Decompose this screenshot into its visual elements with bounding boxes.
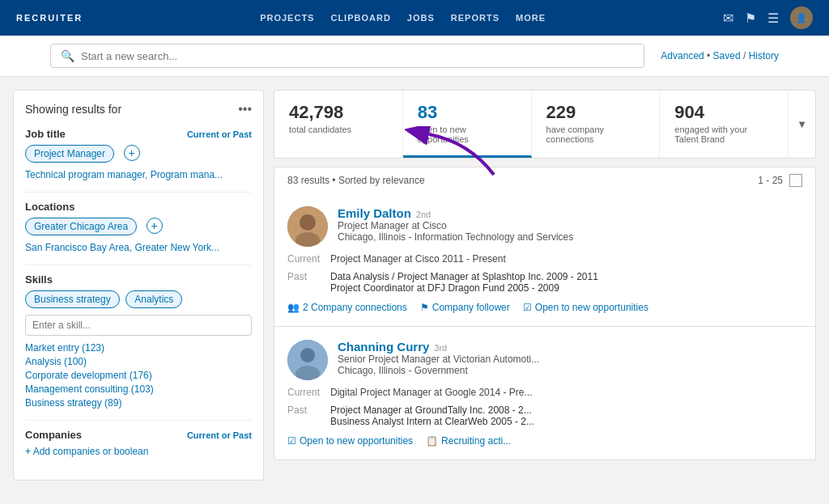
mail-icon[interactable]: ✉ <box>723 11 733 26</box>
stat-total-label: total candidates <box>289 125 388 134</box>
location-chip[interactable]: Greater Chicago Area <box>25 218 137 235</box>
skills-label-row: Skills <box>25 273 252 286</box>
current-label-channing: Current <box>287 387 324 398</box>
skill-chips: Business strategy Analytics <box>25 290 252 311</box>
search-input-wrapper[interactable]: 🔍 <box>50 44 644 68</box>
candidate-location-emily: Chicago, Illinois - Information Technolo… <box>338 231 802 243</box>
locations-label: Locations <box>25 201 74 213</box>
card-actions-emily: 👥 2 Company connections ⚑ Company follow… <box>287 302 802 313</box>
recruiting-link-channing[interactable]: 📋 Recruiting acti... <box>426 435 511 447</box>
skill-chip-2[interactable]: Analytics <box>125 290 182 308</box>
nav-jobs[interactable]: JOBS <box>407 13 435 23</box>
past1-emily: Data Analysis / Project Manager at Splas… <box>330 271 598 282</box>
candidate-top-channing: Channing Curry 3rd Senior Project Manage… <box>287 340 802 380</box>
divider1 <box>25 192 252 193</box>
stat-total[interactable]: 42,798 total candidates <box>274 91 403 158</box>
candidate-name-emily[interactable]: Emily Dalton <box>338 206 411 220</box>
job-title-suggestion[interactable]: Technical program manager, Program mana.… <box>25 169 252 180</box>
companies-filter[interactable]: Current or Past <box>187 430 252 440</box>
follower-link-emily[interactable]: ⚑ Company follower <box>420 302 510 313</box>
nav-more[interactable]: MORE <box>516 13 546 23</box>
pagination-text: 1 - 25 <box>758 175 783 186</box>
connections-icon: 👥 <box>287 302 300 313</box>
past-exp-emily: Past Data Analysis / Project Manager at … <box>287 271 802 294</box>
suggestion-4[interactable]: Business strategy (89) <box>25 397 252 409</box>
divider3 <box>25 420 252 421</box>
stat-connections-number: 229 <box>546 102 645 123</box>
search-bar-container: 🔍 Advanced • Saved / History <box>0 36 829 77</box>
suggestion-0[interactable]: Market entry (123) <box>25 342 252 354</box>
sidebar: Showing results for ••• Job title Curren… <box>13 90 264 481</box>
connections-link-emily[interactable]: 👥 2 Company connections <box>287 302 407 313</box>
locations-section: Locations Greater Chicago Area + San Fra… <box>25 201 252 253</box>
companies-label-row: Companies Current or Past <box>25 429 252 441</box>
current-detail-channing: Digital Project Manager at Google 2014 -… <box>330 387 532 398</box>
advanced-link: Advanced • Saved / History <box>661 50 779 61</box>
main-layout: Showing results for ••• Job title Curren… <box>0 77 829 493</box>
saved-text[interactable]: Saved <box>713 50 741 61</box>
history-text[interactable]: History <box>749 50 779 61</box>
open-link-emily[interactable]: ☑ Open to new opportunities <box>523 302 648 313</box>
candidate-location-channing: Chicago, Illinois - Government <box>338 365 802 376</box>
stat-open-label: open to new opportunities <box>418 125 517 144</box>
past-label-emily: Past <box>287 271 324 294</box>
current-exp-channing: Current Digital Project Manager at Googl… <box>287 387 802 398</box>
candidate-card-emily: Emily Dalton 2nd Project Manager at Cisc… <box>274 193 816 327</box>
job-title-filter[interactable]: Current or Past <box>187 129 252 139</box>
flag-icon[interactable]: ⚑ <box>745 11 756 26</box>
search-input[interactable] <box>81 50 634 62</box>
suggestion-3[interactable]: Management consulting (103) <box>25 383 252 395</box>
results-count: 83 results • Sorted by relevance <box>287 175 425 186</box>
nav-reports[interactable]: REPORTS <box>451 13 500 23</box>
add-companies[interactable]: + Add companies or boolean <box>25 446 252 457</box>
divider2 <box>25 265 252 265</box>
skill-chip-1[interactable]: Business strategy <box>25 290 120 308</box>
past2-channing: Business Analyst Intern at ClearWeb 2005… <box>330 416 534 427</box>
nav-icon-group: ✉ ⚑ ☰ 👤 <box>723 6 813 29</box>
avatar[interactable]: 👤 <box>790 6 813 29</box>
candidate-info-channing: Channing Curry 3rd Senior Project Manage… <box>338 340 802 380</box>
past2-emily: Project Coordinator at DFJ Dragon Fund 2… <box>330 282 598 294</box>
candidate-degree-emily: 2nd <box>416 210 431 219</box>
suggestion-1[interactable]: Analysis (100) <box>25 356 252 367</box>
showing-results-label: Showing results for <box>25 103 121 116</box>
avatar-channing <box>287 340 328 380</box>
stat-talent-label: engaged with your Talent Brand <box>674 125 773 144</box>
add-job-title-button[interactable]: + <box>124 145 140 161</box>
job-title-label-row: Job title Current or Past <box>25 128 252 140</box>
job-title-label: Job title <box>25 128 66 140</box>
companies-section: Companies Current or Past + Add companie… <box>25 429 252 457</box>
location-suggestion[interactable]: San Francisco Bay Area, Greater New York… <box>25 242 252 253</box>
job-title-chips: Project Manager + <box>25 145 252 166</box>
stat-open[interactable]: 83 open to new opportunities <box>403 91 532 158</box>
sidebar-header: Showing results for ••• <box>25 102 252 116</box>
recruiting-icon: 📋 <box>426 435 438 447</box>
select-all-checkbox[interactable] <box>789 174 802 187</box>
card-actions-channing: ☑ Open to new opportunities 📋 Recruiting… <box>287 435 802 447</box>
add-location-button[interactable]: + <box>147 218 163 234</box>
location-chips: Greater Chicago Area + <box>25 218 252 239</box>
suggestion-2[interactable]: Corporate development (176) <box>25 370 252 381</box>
svg-point-2 <box>300 214 316 231</box>
locations-label-row: Locations <box>25 201 252 213</box>
nav-clipboard[interactable]: CLIPBOARD <box>330 13 390 23</box>
stat-open-number: 83 <box>418 102 517 123</box>
candidate-name-channing[interactable]: Channing Curry <box>338 340 429 354</box>
more-options-button[interactable]: ••• <box>238 102 252 116</box>
stat-talent[interactable]: 904 engaged with your Talent Brand <box>660 91 789 158</box>
job-title-chip[interactable]: Project Manager <box>25 145 114 163</box>
skills-section: Skills Business strategy Analytics Marke… <box>25 273 252 409</box>
content-area: 42,798 total candidates 83 open to new o… <box>274 90 816 481</box>
current-detail-emily: Project Manager at Cisco 2011 - Present <box>330 253 506 265</box>
open-link-channing[interactable]: ☑ Open to new opportunities <box>287 435 413 447</box>
stats-chevron[interactable]: ▼ <box>789 91 815 158</box>
nav-projects[interactable]: PROJECTS <box>260 13 314 23</box>
stat-connections[interactable]: 229 have company connections <box>532 91 661 158</box>
skill-input[interactable] <box>25 315 252 336</box>
settings-icon[interactable]: ☰ <box>767 11 779 26</box>
current-label-emily: Current <box>287 253 324 265</box>
candidate-title-emily: Project Manager at Cisco <box>338 220 802 231</box>
advanced-text[interactable]: Advanced <box>661 50 704 61</box>
top-nav: RECRUITER PROJECTS CLIPBOARD JOBS REPORT… <box>0 0 829 36</box>
stat-connections-label: have company connections <box>546 125 645 144</box>
